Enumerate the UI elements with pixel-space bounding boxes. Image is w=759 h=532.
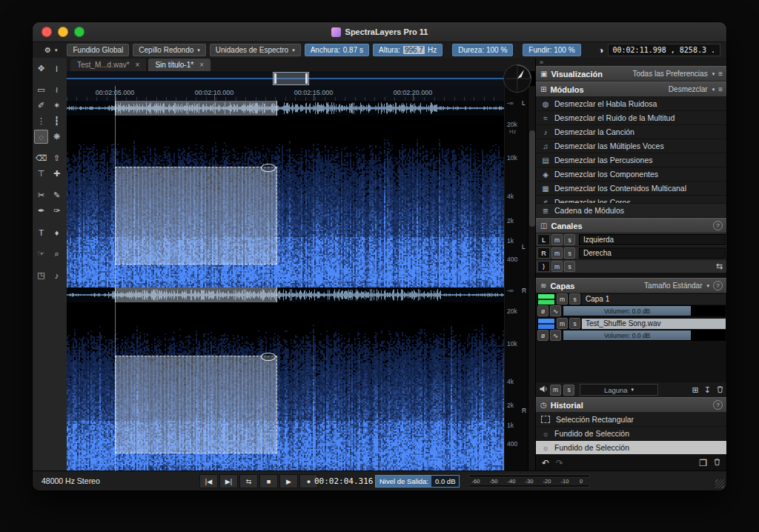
layer-size-select[interactable]: Tamaño Estándar bbox=[644, 282, 702, 290]
close-button[interactable] bbox=[42, 27, 52, 37]
global-fade-button[interactable]: Fundido Global bbox=[67, 44, 129, 56]
copy-history-icon[interactable]: ❐ bbox=[699, 458, 707, 468]
viewport-handle-right[interactable] bbox=[305, 73, 308, 84]
module-category-select[interactable]: Desmezclar bbox=[669, 85, 708, 93]
next-button[interactable]: ▶| bbox=[219, 474, 238, 488]
spectrogram-left[interactable] bbox=[67, 116, 504, 287]
spectral-selection[interactable] bbox=[115, 356, 277, 453]
module-item-unmix-components[interactable]: ◈ Desmezclar los Componentes bbox=[536, 167, 726, 181]
history-item-fade-selection-current[interactable]: ☼ Fundido de Selección bbox=[536, 441, 726, 454]
phase-invert-button[interactable]: ø bbox=[537, 305, 548, 316]
solo-button[interactable]: s bbox=[569, 293, 580, 305]
help-icon[interactable]: ? bbox=[713, 281, 723, 290]
fade-handle[interactable] bbox=[261, 353, 276, 361]
scissors-tool[interactable]: ✂ bbox=[34, 188, 48, 202]
zoom-tool[interactable]: ⌕ bbox=[50, 247, 64, 261]
rectangular-selection-tool[interactable]: ▭ bbox=[34, 83, 48, 97]
layer-capa-1[interactable]: m s Capa 1 ø ∿ Volumen: 0.0 dB bbox=[536, 293, 726, 316]
layers-header[interactable]: ≋ Capas Tamaño Estándar ▾ ? bbox=[536, 278, 726, 293]
fade-handle[interactable] bbox=[261, 164, 276, 172]
time-selection-tool[interactable]: I bbox=[50, 61, 64, 76]
overview-viewport[interactable] bbox=[273, 72, 309, 85]
help-icon[interactable]: ? bbox=[713, 400, 723, 410]
phase-invert-button[interactable]: ø bbox=[537, 330, 548, 341]
layer-name[interactable]: Capa 1 bbox=[582, 294, 726, 305]
brush-type-select[interactable]: Cepillo Redondo ▾ bbox=[133, 44, 205, 56]
playhead[interactable] bbox=[115, 86, 116, 471]
text-tool[interactable]: T bbox=[34, 225, 48, 239]
mute-button[interactable]: m bbox=[551, 261, 563, 272]
zoom-button[interactable] bbox=[74, 27, 84, 37]
waveform-strip-right[interactable] bbox=[67, 287, 504, 303]
stop-button[interactable]: ■ bbox=[259, 474, 278, 488]
play-button[interactable]: ▶ bbox=[279, 474, 298, 488]
module-item-unmix-song[interactable]: ♪ Desmezclar la Canción bbox=[536, 125, 726, 139]
tab-sin-titulo-1[interactable]: Sin título-1* × bbox=[148, 59, 211, 71]
hardness-slider[interactable]: Dureza: 100 % bbox=[452, 44, 513, 56]
layer-blend-select[interactable]: Laguna ▾ bbox=[580, 384, 658, 396]
playback-tool[interactable]: ♪ bbox=[50, 268, 64, 282]
module-item-unmix-multichannel[interactable]: ▦ Desmezclar los Contenidos Multicanal bbox=[536, 182, 726, 195]
help-icon[interactable]: ? bbox=[713, 221, 723, 230]
mute-button[interactable]: m bbox=[551, 234, 563, 245]
layer-name[interactable]: Test_Shuffle Song.wav bbox=[582, 319, 726, 329]
history-item-rect-selection[interactable]: Selección Rectangular bbox=[536, 413, 726, 426]
preferences-select[interactable]: Todas las Preferencias bbox=[632, 70, 707, 78]
channel-name-field[interactable]: Izquierda bbox=[579, 234, 726, 245]
tab-test-m-wav[interactable]: Test_M...d.wav* × bbox=[70, 59, 146, 71]
previous-button[interactable]: |◀ bbox=[199, 474, 218, 488]
undo-icon[interactable]: ↶ bbox=[542, 458, 549, 468]
heal-tool[interactable]: ✚ bbox=[50, 167, 64, 181]
modules-header[interactable]: ⊞ Módulos Desmezclar ▾ ≡ bbox=[536, 82, 726, 97]
channel-name-field[interactable]: Derecha bbox=[579, 247, 726, 259]
solo-button[interactable]: s bbox=[564, 234, 575, 245]
eraser-tool[interactable]: ⌫ bbox=[34, 151, 48, 165]
resize-grip[interactable] bbox=[715, 479, 724, 488]
solo-button[interactable]: s bbox=[564, 247, 575, 259]
history-header[interactable]: ◷ Historial ? bbox=[536, 397, 726, 413]
tool-settings-button[interactable]: ⚙ ▾ bbox=[39, 44, 63, 56]
merge-layer-icon[interactable]: ↧ bbox=[704, 385, 711, 395]
envelope-button[interactable]: ∿ bbox=[550, 330, 561, 341]
loop-button[interactable]: ⇆ bbox=[239, 474, 258, 488]
spectral-selection[interactable] bbox=[115, 167, 277, 265]
add-layer-icon[interactable]: ⊞ bbox=[692, 385, 699, 395]
close-icon[interactable]: × bbox=[199, 61, 204, 69]
lasso-selection-tool[interactable]: ≀ bbox=[50, 83, 64, 97]
height-selected-value[interactable]: 996.7 bbox=[403, 46, 425, 54]
time-selection-region[interactable] bbox=[115, 287, 277, 302]
brush-selection-tool[interactable]: ✐ bbox=[34, 99, 48, 113]
magic-wand-tool[interactable]: ✶ bbox=[50, 99, 64, 113]
channels-header[interactable]: ◫ Canales ? bbox=[536, 218, 726, 233]
frequency-selection-tool[interactable]: ⋮ bbox=[34, 114, 48, 128]
module-item-unmix-crowd-noise[interactable]: ≈ Desmezclar el Ruido de la Multitud bbox=[536, 111, 726, 124]
layer-volume-slider[interactable]: Volumen: 0.0 dB bbox=[563, 330, 726, 341]
solo-button[interactable]: s bbox=[563, 385, 574, 396]
pan-compass[interactable] bbox=[503, 64, 532, 93]
output-level-field[interactable]: Nivel de Salida: 0.0 dB bbox=[375, 475, 460, 488]
mute-button[interactable]: m bbox=[557, 318, 568, 329]
monitor-speaker-icon[interactable] bbox=[539, 383, 548, 396]
menu-icon[interactable]: ≡ bbox=[718, 85, 723, 93]
module-item-unmix-choirs[interactable]: ♯ Desmezclar los Coros bbox=[536, 196, 726, 203]
menu-icon[interactable]: ≡ bbox=[718, 70, 723, 78]
channel-routing-icon[interactable]: ⇆ bbox=[716, 262, 723, 271]
viewport-handle-left[interactable] bbox=[274, 73, 276, 84]
view-3d-tool[interactable]: ◳ bbox=[34, 268, 48, 282]
time-ruler[interactable]: 00:02:05.000 00:02:10.000 00:02:15.000 0… bbox=[67, 86, 504, 102]
spectrogram-right[interactable] bbox=[67, 302, 504, 471]
mute-button[interactable]: m bbox=[551, 247, 563, 259]
solo-button[interactable]: s bbox=[564, 261, 575, 272]
selection-height-field[interactable]: Altura: 996.7 Hz bbox=[373, 44, 443, 56]
waveform-strip-left[interactable] bbox=[67, 101, 504, 116]
selection-width-field[interactable]: Anchura: 0.87 s bbox=[305, 44, 369, 56]
display-contrast-icon[interactable]: ◑ bbox=[598, 45, 603, 56]
layer-thumbnail[interactable] bbox=[537, 318, 555, 330]
time-selection-region[interactable] bbox=[115, 101, 277, 116]
module-item-unmix-multiple-voices[interactable]: ♫ Desmezclar las Múltiples Voces bbox=[536, 139, 726, 153]
mute-button[interactable]: m bbox=[550, 385, 561, 396]
layer-thumbnail[interactable] bbox=[537, 293, 555, 305]
pencil-tool[interactable]: ✎ bbox=[50, 188, 64, 202]
envelope-button[interactable]: ∿ bbox=[550, 305, 561, 316]
solo-button[interactable]: s bbox=[569, 318, 580, 329]
